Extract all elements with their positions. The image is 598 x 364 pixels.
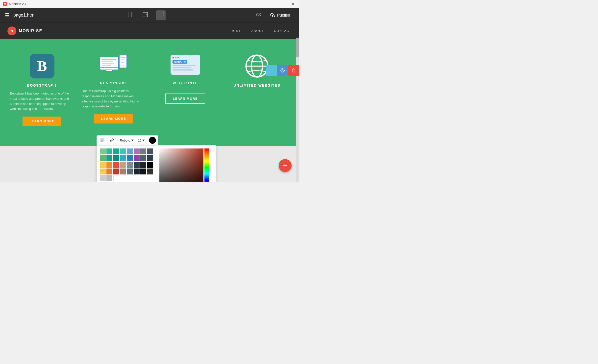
swatch[interactable]	[134, 148, 140, 154]
swatch[interactable]	[100, 169, 106, 174]
title-bar-controls[interactable]: − □ ✕	[274, 1, 296, 7]
svg-point-6	[256, 13, 261, 16]
svg-rect-23	[121, 59, 125, 60]
swatch[interactable]	[106, 148, 112, 154]
svg-rect-22	[121, 57, 125, 58]
swatch[interactable]	[140, 155, 146, 161]
swatch[interactable]	[100, 148, 106, 154]
minimize-button[interactable]: −	[274, 1, 280, 7]
swatch[interactable]	[127, 162, 133, 168]
format-toolbar: Roboto 16	[97, 135, 158, 145]
swatch[interactable]	[134, 155, 140, 161]
swatch[interactable]	[120, 155, 126, 161]
features-grid: B BOOTSTRAP 3 Bootstrap 3 has been noted…	[10, 54, 289, 126]
delete-block-button[interactable]	[288, 65, 299, 76]
swatch[interactable]	[120, 162, 126, 168]
font-size-selector[interactable]: 16	[138, 139, 145, 142]
learn-more-bootstrap[interactable]: LEARN MORE	[23, 117, 61, 126]
swatch[interactable]	[147, 155, 153, 161]
tablet-device-button[interactable]	[140, 10, 150, 21]
scrollbar-thumb[interactable]	[296, 38, 299, 57]
swatch[interactable]	[106, 162, 112, 168]
feature-title-bootstrap: BOOTSTRAP 3	[10, 83, 74, 87]
swatch[interactable]	[106, 175, 112, 181]
preview-button[interactable]	[255, 12, 262, 19]
svg-rect-31	[100, 141, 104, 141]
desktop-device-button[interactable]	[156, 10, 166, 20]
site-logo-text: MOBIRISE	[19, 29, 42, 33]
logo-icon: M	[7, 26, 16, 35]
color-picker-panel: Less < #000000	[97, 145, 216, 182]
publish-button[interactable]: Publish	[266, 11, 294, 20]
svg-rect-32	[100, 142, 103, 142]
maximize-button[interactable]: □	[282, 1, 288, 7]
mobile-device-button[interactable]	[125, 10, 134, 21]
feature-text-bootstrap[interactable]: Bootstrap 3 has been noted as one of the…	[10, 91, 74, 112]
nav-link-home[interactable]: HOME	[231, 29, 242, 33]
svg-rect-14	[106, 70, 112, 71]
swatch[interactable]	[127, 169, 133, 174]
swatch[interactable]	[120, 148, 126, 154]
nav-link-about[interactable]: ABOUT	[251, 29, 264, 33]
align-button[interactable]	[99, 137, 106, 144]
toolbar-left: ☰ page1.html	[5, 12, 35, 18]
swatch[interactable]	[106, 155, 112, 161]
close-button[interactable]: ✕	[290, 1, 296, 7]
swatch[interactable]	[147, 169, 153, 174]
color-picker-button[interactable]	[149, 137, 156, 144]
svg-text:M: M	[11, 30, 13, 32]
swatch[interactable]	[100, 162, 106, 168]
add-block-button[interactable]: +	[279, 159, 292, 172]
scrollbar[interactable]	[296, 38, 299, 182]
learn-more-webfonts[interactable]: LEARN MORE	[165, 94, 205, 104]
svg-rect-0	[128, 12, 131, 17]
swatch[interactable]	[134, 162, 140, 168]
gradient-canvas[interactable]	[159, 148, 203, 182]
swatch[interactable]	[113, 175, 119, 181]
swatch[interactable]	[134, 169, 140, 174]
feature-bootstrap: B BOOTSTRAP 3 Bootstrap 3 has been noted…	[10, 54, 74, 126]
feature-text-responsive[interactable]: One of Bootstrap 3's big points is respo…	[82, 89, 146, 109]
swatch[interactable]	[127, 155, 133, 161]
site-preview: M MOBIRISE HOME ABOUT CONTACT	[0, 23, 299, 146]
move-block-button[interactable]	[266, 65, 277, 76]
font-selector[interactable]: Roboto	[120, 139, 134, 142]
swatch[interactable]	[113, 148, 119, 154]
canvas-area: M MOBIRISE HOME ABOUT CONTACT	[0, 23, 299, 182]
svg-rect-24	[121, 61, 125, 61]
color-swatches: Less <	[97, 146, 156, 182]
swatch[interactable]	[113, 162, 119, 168]
toolbar-separator-3	[147, 138, 147, 143]
site-nav-links: HOME ABOUT CONTACT	[231, 29, 292, 33]
feature-title-responsive: RESPONSIVE	[82, 81, 146, 85]
swatch[interactable]	[120, 169, 126, 174]
swatch[interactable]	[127, 148, 133, 154]
link-button[interactable]	[108, 137, 116, 144]
settings-button[interactable]	[277, 65, 288, 76]
swatch[interactable]	[106, 169, 112, 174]
svg-rect-25	[121, 62, 124, 63]
learn-more-responsive[interactable]: LEARN MORE	[94, 114, 133, 123]
svg-rect-2	[143, 12, 148, 17]
swatch[interactable]	[100, 155, 106, 161]
swatch[interactable]	[147, 148, 153, 154]
swatch[interactable]	[140, 169, 146, 174]
font-size: 16	[138, 139, 141, 142]
block-actions	[266, 65, 299, 76]
hue-bar[interactable]	[204, 148, 209, 182]
responsive-icon-box	[82, 54, 146, 76]
swatch[interactable]	[113, 169, 119, 174]
swatch[interactable]	[140, 148, 146, 154]
swatch[interactable]	[147, 162, 153, 168]
title-bar-left: M Mobirise 2.7	[3, 2, 26, 6]
swatch[interactable]	[100, 175, 106, 181]
swatch[interactable]	[140, 162, 146, 168]
nav-link-contact[interactable]: CONTACT	[274, 29, 292, 33]
hamburger-icon[interactable]: ☰	[5, 12, 9, 18]
swatch-grid	[100, 148, 153, 181]
swatch[interactable]	[113, 155, 119, 161]
page-title: page1.html	[13, 13, 35, 18]
feature-webfonts: ROBOTO WEB FONTS LEARN MORE	[153, 54, 218, 126]
toolbar-right: Publish	[255, 11, 294, 20]
svg-rect-16	[102, 61, 113, 62]
